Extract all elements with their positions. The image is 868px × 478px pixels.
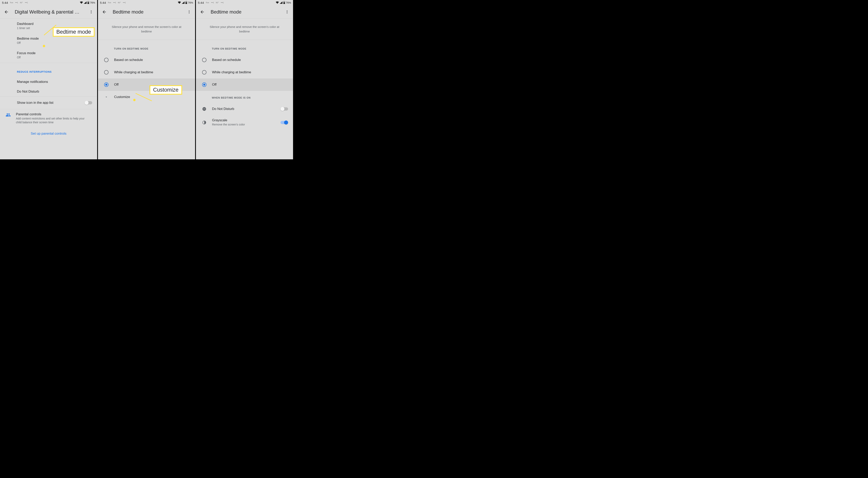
signal-icon — [84, 1, 87, 4]
svg-rect-19 — [203, 109, 206, 109]
page-title: Digital Wellbeing & parental c… — [15, 9, 83, 15]
row-parental[interactable]: Parental controls Add content restrictio… — [0, 109, 97, 128]
page-title: Bedtime mode — [211, 9, 279, 15]
back-icon[interactable] — [102, 9, 107, 14]
row-dnd-toggle[interactable]: Do Not Disturb — [196, 103, 293, 115]
radio-schedule[interactable]: Based on schedule — [98, 54, 195, 66]
svg-point-4 — [91, 11, 91, 12]
dnd-label: Do Not Disturb — [17, 90, 39, 94]
status-bar: 5:44 fios •••| 82° •••| 76% — [196, 0, 293, 5]
parental-setup-link[interactable]: Set up parental controls — [0, 128, 97, 140]
section-turn-on: TURN ON BEDTIME MODE — [98, 40, 195, 54]
row-manage-notifications[interactable]: Manage notifications — [0, 77, 97, 87]
parental-icon — [6, 112, 11, 118]
status-time: 5:44 — [2, 1, 8, 4]
grayscale-sub: Remove the screen's color — [212, 123, 276, 127]
radio-schedule[interactable]: Based on schedule — [196, 54, 293, 66]
svg-rect-14 — [283, 2, 285, 4]
dashboard-label: Dashboard — [17, 22, 92, 26]
section-when-on: WHEN BEDTIME MODE IS ON — [196, 91, 293, 103]
radio-icon — [202, 70, 207, 74]
radio-icon — [104, 70, 108, 74]
page-subtitle: Silence your phone and remove the screen… — [196, 19, 293, 40]
svg-point-17 — [287, 13, 287, 13]
show-icon-toggle[interactable] — [85, 101, 92, 104]
radio-label: Off — [114, 83, 119, 87]
row-focus[interactable]: Focus mode Off — [0, 48, 97, 63]
parental-title: Parental controls — [16, 112, 92, 116]
svg-point-16 — [287, 11, 287, 12]
radio-label: Based on schedule — [114, 58, 143, 62]
wifi-icon — [276, 1, 279, 4]
status-temp: 82° — [20, 2, 23, 4]
status-bar: 5:44 fios •••| 82° •••| 76% — [0, 0, 97, 5]
wifi-icon — [178, 1, 181, 4]
radio-label: While charging at bedtime — [212, 70, 251, 74]
more-icon[interactable] — [285, 10, 289, 14]
battery-icon — [283, 1, 285, 4]
manage-notif-label: Manage notifications — [17, 80, 48, 84]
bedtime-label: Bedtime mode — [17, 37, 92, 41]
svg-rect-8 — [186, 2, 187, 4]
callout-bedtime: Bedtime mode — [53, 27, 95, 37]
chevron-down-icon — [104, 95, 108, 99]
radio-label: Off — [212, 83, 216, 87]
status-bar: 5:44 fios •••| 82° •••| 76% — [98, 0, 195, 5]
radio-off[interactable]: Off — [196, 79, 293, 91]
radio-label: Based on schedule — [212, 58, 241, 62]
page-subtitle: Silence your phone and remove the screen… — [98, 19, 195, 40]
row-show-icon[interactable]: Show icon in the app list — [0, 97, 97, 109]
back-icon[interactable] — [4, 9, 9, 14]
dnd-icon — [202, 107, 207, 111]
more-icon[interactable] — [187, 10, 191, 14]
status-time: 5:44 — [100, 1, 106, 4]
grayscale-icon — [202, 120, 207, 125]
status-dots2: •••| — [25, 2, 28, 4]
phone-screen-1: 5:44 fios •••| 82° •••| 76% Digital Well… — [0, 0, 98, 159]
svg-rect-1 — [88, 1, 89, 2]
back-icon[interactable] — [200, 9, 205, 14]
grayscale-toggle[interactable] — [280, 121, 288, 124]
svg-point-10 — [189, 11, 189, 12]
callout-dot — [133, 99, 135, 101]
svg-rect-13 — [284, 1, 284, 2]
grayscale-label: Grayscale — [212, 118, 276, 122]
customize-label: Customize — [114, 95, 130, 99]
status-time: 5:44 — [198, 1, 204, 4]
phone-screen-2: 5:44 fios •••| 82° •••| 76% Bedtime mode… — [98, 0, 196, 159]
radio-icon — [202, 83, 207, 87]
app-bar: Digital Wellbeing & parental c… — [0, 5, 97, 19]
svg-point-9 — [189, 10, 189, 11]
signal-icon — [280, 1, 282, 4]
parental-sub: Add content restrictions and set other l… — [16, 117, 92, 124]
app-bar: Bedtime mode — [98, 5, 195, 19]
signal-icon — [182, 1, 185, 4]
radio-icon — [202, 58, 207, 62]
status-dots: •••| — [15, 2, 18, 4]
status-battery-pct: 76% — [90, 1, 95, 4]
more-icon[interactable] — [89, 10, 93, 14]
show-icon-label: Show icon in the app list — [17, 101, 80, 105]
callout-customize: Customize — [150, 85, 182, 95]
bedtime-sub: Off — [17, 41, 92, 45]
svg-rect-2 — [88, 2, 89, 4]
row-dnd[interactable]: Do Not Disturb — [0, 87, 97, 97]
status-carrier: fios — [10, 2, 13, 4]
radio-label: While charging at bedtime — [114, 70, 153, 74]
svg-point-5 — [91, 13, 91, 13]
dnd-toggle[interactable] — [280, 107, 288, 111]
svg-point-11 — [189, 13, 189, 13]
focus-sub: Off — [17, 56, 92, 60]
radio-icon — [104, 58, 108, 62]
callout-dot — [43, 45, 45, 47]
svg-point-3 — [91, 10, 91, 11]
row-grayscale-toggle[interactable]: Grayscale Remove the screen's color — [196, 115, 293, 130]
focus-label: Focus mode — [17, 51, 92, 55]
radio-charging[interactable]: While charging at bedtime — [196, 66, 293, 79]
svg-point-15 — [287, 10, 287, 11]
section-turn-on: TURN ON BEDTIME MODE — [196, 40, 293, 54]
wifi-icon — [80, 1, 83, 4]
radio-charging[interactable]: While charging at bedtime — [98, 66, 195, 79]
page-title: Bedtime mode — [113, 9, 181, 15]
battery-icon — [87, 1, 89, 4]
